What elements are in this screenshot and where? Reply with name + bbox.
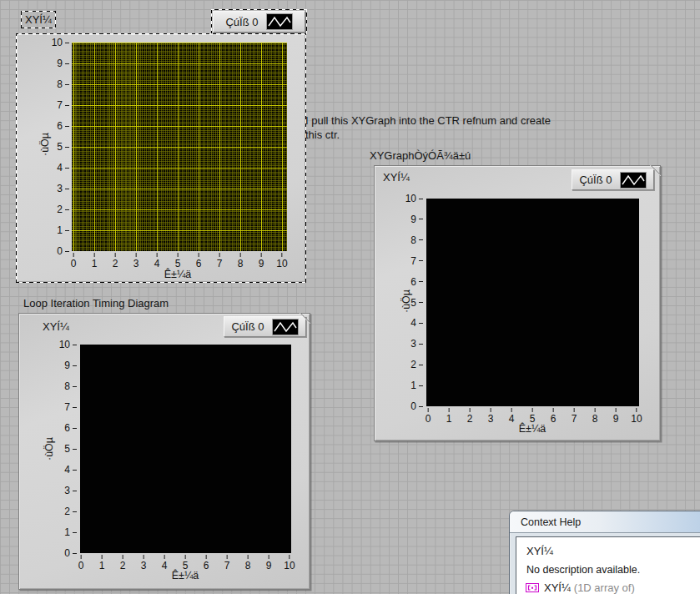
x-tick: 2 (467, 408, 473, 425)
terminal-name: XYÍ¼ (544, 581, 571, 594)
y-tick: 1 (57, 224, 69, 236)
context-help-content: XYÍ¼ No description available. XYÍ¼ (1D … (516, 536, 700, 594)
y-tick: 10 (59, 339, 77, 350)
x-tick: 6 (196, 253, 202, 269)
plot-legend[interactable]: ÇúÏß 0 (572, 169, 654, 190)
plot-area[interactable] (426, 199, 639, 406)
y-tick: 10 (405, 193, 423, 204)
note-line-1: I pull this XYGraph into the CTR refnum … (305, 113, 551, 128)
x-tick: 0 (78, 555, 84, 571)
y-tick: 0 (64, 547, 77, 559)
loop-timing-caption: Loop Iteration Timing Diagram (23, 297, 169, 310)
y-tick: 7 (57, 99, 69, 111)
xy-graph-control-selected[interactable]: XYÍ¼ ÇúÏß 0 109876543210 012345678910 Ê±… (16, 9, 305, 282)
context-help-window[interactable]: Context Help XYÍ¼ No description availab… (509, 511, 700, 594)
x-tick: 8 (245, 555, 251, 571)
x-tick: 7 (572, 408, 577, 425)
labview-front-panel: { "annotations": { "note_line1": "I pull… (0, 0, 700, 594)
plot-area[interactable] (72, 43, 287, 251)
graph-label[interactable]: XYÍ¼ (43, 320, 69, 333)
x-tick: 8 (238, 253, 244, 269)
x-tick: 10 (276, 253, 287, 269)
y-tick: 10 (52, 37, 69, 48)
y-tick: 8 (57, 78, 69, 90)
waveform-icon[interactable] (266, 13, 293, 30)
y-tick: 4 (57, 162, 69, 174)
y-tick: 5 (64, 443, 77, 455)
y-tick: 2 (410, 359, 423, 370)
x-tick: 7 (217, 253, 223, 269)
x-tick: 0 (426, 408, 431, 425)
x-tick: 5 (175, 253, 181, 269)
x-axis-label: Ê±¼ä (73, 269, 282, 280)
x-tick: 2 (120, 555, 126, 571)
y-tick: 0 (410, 400, 423, 412)
xy-graph-control-loop-timing[interactable]: XYÍ¼ ÇúÏß 0 109876543210 012345678910 Ê±… (18, 313, 310, 590)
y-tick: 1 (410, 380, 423, 391)
y-tick: 4 (410, 317, 423, 329)
x-axis[interactable]: 012345678910 (73, 253, 282, 268)
x-tick: 6 (204, 555, 209, 571)
graph-label: XYÍ¼ (25, 13, 52, 26)
y-tick: 3 (410, 338, 423, 350)
x-axis-label: Ê±¼ä (428, 423, 637, 435)
1d-array-terminal-icon (526, 583, 539, 592)
y-tick: 2 (64, 506, 77, 517)
graph-panel[interactable]: 109876543210 012345678910 Ê±¼ä ·ùÖµ (16, 33, 306, 283)
xygraph-refnum-caption: XYGraphÒýÓÃ¾ä±ú (370, 149, 471, 162)
y-tick: 8 (64, 380, 77, 392)
y-axis-label: ·ùÖµ (390, 284, 423, 318)
y-tick: 9 (57, 58, 69, 69)
x-tick: 1 (99, 555, 105, 571)
x-tick: 10 (631, 408, 642, 425)
context-help-title-bar[interactable]: Context Help (510, 511, 700, 533)
x-tick: 10 (284, 555, 295, 571)
context-help-title: Context Help (521, 516, 581, 528)
context-help-control-name: XYÍ¼ (526, 545, 553, 557)
plot-legend[interactable]: ÇúÏß 0 (213, 11, 305, 33)
y-axis-label: ·ùÖµ (33, 432, 66, 466)
y-tick: 7 (64, 401, 77, 413)
xy-graph-control-refnum[interactable]: XYÍ¼ ÇúÏß 0 109876543210 012345678910 Ê±… (374, 165, 661, 441)
y-tick: 3 (64, 485, 77, 496)
y-axis-label: ·ùÖµ (28, 128, 62, 161)
y-tick: 2 (57, 204, 69, 215)
context-help-terminal-row: XYÍ¼ (1D array of) (526, 581, 635, 594)
x-tick: 6 (551, 408, 556, 425)
x-tick: 3 (488, 408, 494, 425)
x-tick: 9 (266, 555, 272, 571)
y-tick: 9 (64, 360, 77, 371)
y-tick: 7 (410, 255, 423, 267)
x-tick: 8 (592, 408, 598, 425)
legend-plot-name: ÇúÏß 0 (579, 174, 612, 186)
x-tick: 9 (259, 253, 264, 269)
x-tick: 1 (92, 253, 98, 269)
graph-label[interactable]: XYÍ¼ (383, 171, 410, 184)
y-tick: 6 (64, 422, 77, 434)
waveform-icon[interactable] (620, 172, 647, 189)
graph-label-box[interactable]: XYÍ¼ (21, 11, 56, 28)
x-tick: 7 (224, 555, 230, 571)
x-tick: 2 (113, 253, 118, 269)
plot-area[interactable] (80, 345, 291, 553)
x-axis[interactable]: 012345678910 (81, 555, 290, 570)
y-tick: 0 (57, 245, 69, 257)
context-help-description: No description available. (526, 564, 640, 576)
y-tick: 9 (410, 214, 423, 225)
y-tick: 8 (410, 234, 423, 246)
x-tick: 5 (183, 555, 189, 571)
y-tick: 1 (64, 526, 77, 538)
plot-legend-box[interactable]: ÇúÏß 0 (211, 9, 307, 34)
x-axis[interactable]: 012345678910 (428, 408, 637, 423)
x-tick: 3 (133, 253, 139, 269)
x-tick: 1 (446, 408, 452, 425)
x-axis-label: Ê±¼ä (81, 570, 290, 581)
x-tick: 9 (613, 408, 619, 425)
note-free-label: I pull this XYGraph into the CTR refnum … (305, 113, 551, 142)
x-tick: 4 (154, 253, 160, 269)
waveform-icon[interactable] (272, 319, 299, 335)
x-tick: 4 (509, 408, 515, 425)
plot-legend[interactable]: ÇúÏß 0 (224, 316, 306, 337)
legend-plot-name: ÇúÏß 0 (231, 320, 264, 333)
y-tick: 3 (57, 183, 69, 194)
